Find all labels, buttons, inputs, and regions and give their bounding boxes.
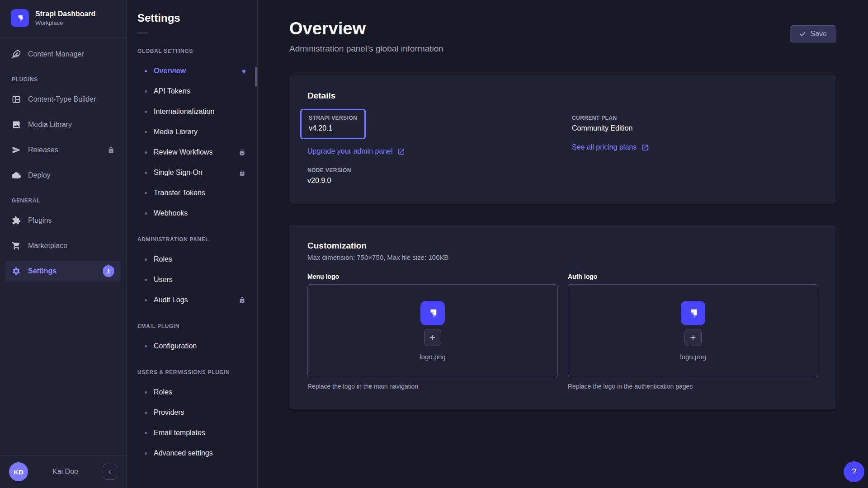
- node-version-value: v20.9.0: [307, 177, 554, 185]
- main-navigation: Content Manager PLUGINS Content-Type Bui…: [0, 38, 126, 455]
- settings-nav-item-single-sign-on[interactable]: Single Sign-On: [127, 163, 257, 182]
- settings-nav-label: Internationalization: [154, 108, 214, 116]
- workspace-title: Strapi Dashboard: [35, 10, 95, 18]
- settings-title: Settings: [127, 12, 257, 24]
- bullet-icon: [145, 432, 147, 434]
- details-card: Details STRAPI VERSION v4.20.1 Upgrade y…: [289, 75, 836, 204]
- customization-card-subtitle: Max dimension: 750×750, Max file size: 1…: [307, 253, 818, 261]
- settings-nav-item-configuration[interactable]: Configuration: [127, 337, 257, 356]
- save-button[interactable]: Save: [790, 25, 836, 42]
- auth-logo-caption: Replace the logo in the authentication p…: [568, 383, 818, 390]
- lock-icon: [239, 149, 245, 156]
- settings-nav-item-admin-roles[interactable]: Roles: [127, 250, 257, 269]
- nav-label: Releases: [28, 146, 58, 154]
- details-card-title: Details: [307, 91, 818, 101]
- settings-nav-label: Advanced settings: [154, 449, 213, 457]
- notification-dot-icon: [242, 70, 245, 73]
- settings-nav-label: API Tokens: [154, 87, 190, 95]
- settings-nav-item-api-tokens[interactable]: API Tokens: [127, 82, 257, 101]
- bullet-icon: [145, 90, 147, 93]
- sidebar-item-settings[interactable]: Settings 1: [5, 261, 121, 282]
- bullet-icon: [145, 391, 147, 394]
- nav-label: Marketplace: [28, 242, 67, 250]
- settings-nav-label: Users: [154, 276, 173, 284]
- settings-nav-label: Review Workflows: [154, 148, 212, 156]
- menu-logo-label: Menu logo: [307, 273, 558, 280]
- section-label-users-permissions-plugin: USERS & PERMISSIONS PLUGIN: [127, 369, 257, 375]
- settings-nav-item-up-roles[interactable]: Roles: [127, 383, 257, 402]
- settings-nav-item-providers[interactable]: Providers: [127, 403, 257, 422]
- sidebar-item-deploy[interactable]: Deploy: [5, 165, 121, 186]
- main-sidebar: Strapi Dashboard Workplace Content Manag…: [0, 0, 127, 488]
- upgrade-admin-panel-link[interactable]: Upgrade your admin panel: [307, 147, 405, 155]
- external-link-icon: [397, 148, 405, 155]
- bullet-icon: [145, 212, 147, 215]
- settings-nav-item-overview[interactable]: Overview: [127, 61, 257, 80]
- gear-icon: [12, 267, 21, 276]
- sidebar-item-marketplace[interactable]: Marketplace: [5, 235, 121, 256]
- workspace-subtitle: Workplace: [35, 19, 95, 26]
- bullet-icon: [145, 151, 147, 154]
- bullet-icon: [145, 258, 147, 261]
- help-button[interactable]: ?: [844, 461, 864, 482]
- auth-logo-add-button[interactable]: +: [684, 329, 702, 346]
- nav-label: Content-Type Builder: [28, 95, 96, 103]
- settings-nav-item-webhooks[interactable]: Webhooks: [127, 204, 257, 223]
- cloud-icon: [12, 171, 21, 180]
- settings-sidebar: Settings GLOBAL SETTINGS Overview API To…: [127, 0, 258, 488]
- sidebar-item-content-manager[interactable]: Content Manager: [5, 44, 121, 65]
- settings-nav-item-review-workflows[interactable]: Review Workflows: [127, 143, 257, 162]
- check-icon: [799, 31, 806, 38]
- workspace-switcher[interactable]: Strapi Dashboard Workplace: [0, 0, 126, 38]
- settings-nav-item-email-templates[interactable]: Email templates: [127, 423, 257, 442]
- user-avatar[interactable]: KD: [9, 462, 28, 481]
- nav-label: Content Manager: [28, 50, 84, 58]
- bullet-icon: [145, 111, 147, 113]
- page-title: Overview: [289, 19, 443, 38]
- customization-card-title: Customization: [307, 241, 818, 251]
- strapi-logo-icon: [681, 301, 705, 325]
- settings-nav-item-transfer-tokens[interactable]: Transfer Tokens: [127, 183, 257, 202]
- link-label: See all pricing plans: [572, 143, 637, 151]
- page-header: Overview Administration panel’s global i…: [289, 19, 836, 54]
- puzzle-icon: [12, 216, 21, 225]
- sidebar-footer: KD Kai Doe ‹: [0, 455, 126, 488]
- sidebar-collapse-button[interactable]: ‹: [103, 464, 117, 480]
- section-label-global-settings: GLOBAL SETTINGS: [127, 48, 257, 54]
- menu-logo-caption: Replace the logo in the main navigation: [307, 383, 558, 390]
- lock-icon: [239, 297, 245, 304]
- external-link-icon: [641, 144, 649, 151]
- layout-icon: [12, 95, 21, 104]
- settings-nav-item-internationalization[interactable]: Internationalization: [127, 102, 257, 121]
- subnav-scrollbar-thumb[interactable]: [255, 67, 257, 87]
- sidebar-item-content-type-builder[interactable]: Content-Type Builder: [5, 89, 121, 110]
- settings-nav-item-users[interactable]: Users: [127, 270, 257, 289]
- menu-logo-add-button[interactable]: +: [424, 329, 441, 346]
- auth-logo-upload-area[interactable]: + logo.png: [568, 284, 818, 377]
- sidebar-item-plugins[interactable]: Plugins: [5, 210, 121, 231]
- sidebar-item-releases[interactable]: Releases: [5, 140, 121, 160]
- settings-nav-item-media-library[interactable]: Media Library: [127, 122, 257, 141]
- save-button-label: Save: [811, 30, 827, 38]
- menu-logo-upload-area[interactable]: + logo.png: [307, 284, 558, 377]
- settings-nav-item-advanced-settings[interactable]: Advanced settings: [127, 444, 257, 463]
- strapi-logo-icon: [11, 9, 29, 27]
- nav-label: Media Library: [28, 121, 72, 129]
- cart-icon: [12, 241, 21, 250]
- node-version-label: NODE VERSION: [307, 167, 554, 174]
- user-name: Kai Doe: [28, 468, 103, 476]
- settings-nav-label: Single Sign-On: [154, 169, 203, 177]
- settings-nav-label: Audit Logs: [154, 296, 188, 304]
- section-label-plugins: PLUGINS: [5, 76, 121, 83]
- paper-plane-icon: [12, 145, 21, 155]
- settings-nav-label: Transfer Tokens: [154, 189, 205, 197]
- bullet-icon: [145, 172, 147, 174]
- strapi-version-value: v4.20.1: [309, 124, 357, 132]
- sidebar-item-media-library[interactable]: Media Library: [5, 114, 121, 135]
- settings-nav-item-audit-logs[interactable]: Audit Logs: [127, 291, 257, 310]
- pricing-plans-link[interactable]: See all pricing plans: [572, 143, 649, 151]
- auth-logo-file-name: logo.png: [680, 353, 706, 361]
- bullet-icon: [145, 279, 147, 281]
- settings-nav-label: Overview: [154, 67, 186, 75]
- current-plan-value: Community Edition: [572, 124, 818, 132]
